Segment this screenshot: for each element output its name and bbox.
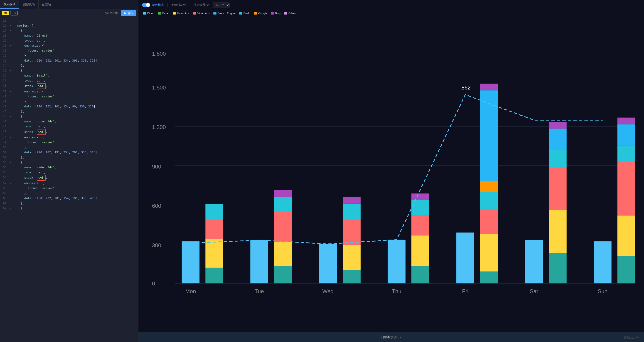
- code-line: 35▾ {: [0, 68, 138, 73]
- line-content: {: [13, 28, 138, 33]
- line-number: 55: [0, 170, 8, 175]
- bar-videoads-sun: [618, 162, 635, 215]
- bar-videoads-mon: [205, 219, 223, 239]
- legend-item-bing[interactable]: Bing: [271, 12, 280, 15]
- dark-mode-toggle[interactable]: 深色模式: [142, 3, 164, 7]
- code-line: 59 },: [0, 191, 138, 196]
- ts-button[interactable]: TS: [10, 11, 18, 16]
- code-line: 47 stack: 'Ad',: [0, 129, 138, 135]
- bar-unionads-fri: [480, 234, 498, 271]
- line-number: 37: [0, 78, 8, 83]
- legend-dot: [239, 12, 242, 15]
- bottom-bar-label: 旧版本示例: [381, 335, 397, 339]
- line-content: },: [13, 53, 138, 58]
- line-number: 58: [0, 186, 8, 191]
- bar-direct-sun: [594, 241, 611, 283]
- code-line: 27▾ {: [0, 28, 138, 33]
- code-line: 44▾ {: [0, 114, 138, 119]
- legend-item-search-engine[interactable]: Search Engine: [213, 12, 236, 15]
- code-line: 33 data: [320, 332, 301, 334, 390, 330, …: [0, 58, 138, 63]
- code-editor-panel: 代码编辑 完整代码 配置项 JS TS </> 格式化 ▶ 运行 25 ],26…: [0, 0, 138, 342]
- legend-item-direct[interactable]: Direct: [143, 12, 154, 15]
- code-line: 57▾ emphasis: {: [0, 181, 138, 186]
- line-content: {: [13, 206, 138, 211]
- legend-label: Google: [258, 12, 267, 15]
- line-content: data: [220, 182, 191, 234, 290, 330, 310…: [13, 150, 138, 155]
- legend-item-baidu[interactable]: Baidu: [239, 12, 250, 15]
- peak-label: 862: [462, 85, 471, 91]
- tab-config[interactable]: 配置项: [38, 0, 55, 9]
- js-button[interactable]: JS: [2, 11, 9, 15]
- bar-videoads-tue: [274, 212, 292, 242]
- legend-label: Bing: [275, 12, 280, 15]
- line-number: 38: [0, 83, 8, 89]
- legend-item-email[interactable]: Email: [158, 12, 169, 15]
- line-number: 32: [0, 53, 8, 58]
- line-number: 41: [0, 99, 8, 104]
- legend: DirectEmailUnion AdsVideo AdsSearch Engi…: [138, 10, 644, 17]
- line-content: focus: 'series': [13, 140, 138, 145]
- line-arrow: [8, 165, 13, 170]
- bottom-bar-close-button[interactable]: ×: [400, 335, 402, 339]
- line-arrow: [8, 63, 13, 68]
- line-content: focus: 'series': [13, 94, 138, 99]
- line-content: stack: 'Ad',: [13, 83, 138, 89]
- line-arrow: ▾: [8, 43, 13, 48]
- bar-email-wed: [343, 270, 360, 283]
- line-content: },: [13, 99, 138, 104]
- line-content: type: 'bar',: [13, 124, 138, 129]
- toggle-switch[interactable]: [142, 3, 150, 7]
- bar-unionads-sat: [549, 210, 566, 253]
- line-number: 56: [0, 175, 8, 181]
- bar-search-sat: [549, 129, 566, 150]
- play-icon: ▶: [124, 11, 126, 15]
- render-settings[interactable]: 渲染设置 ⚙: [194, 3, 209, 7]
- format-button[interactable]: </> 格式化: [103, 11, 120, 16]
- legend-dot: [213, 12, 216, 15]
- bar-google-fri: [480, 181, 498, 192]
- line-content: emphasis: {: [13, 43, 138, 48]
- bar-baidu-sun: [618, 146, 635, 162]
- code-line: 32 },: [0, 53, 138, 58]
- line-content: focus: 'series': [13, 186, 138, 191]
- bar-videoads-wed: [343, 219, 360, 245]
- code-line: 49 focus: 'series': [0, 140, 138, 145]
- run-button[interactable]: ▶ 运行: [121, 10, 136, 16]
- line-arrow: [8, 150, 13, 155]
- bar-email-tue: [274, 266, 292, 283]
- line-arrow: ▾: [8, 28, 13, 33]
- bar-baidu-sat: [549, 150, 566, 167]
- line-arrow: ▾: [8, 23, 13, 28]
- legend-label: Email: [162, 12, 169, 15]
- line-content: emphasis: {: [13, 181, 138, 186]
- bar-email-thu: [412, 266, 429, 283]
- version-select[interactable]: 5.2.1 ▾: [212, 3, 230, 8]
- code-line: 36 name: 'Email',: [0, 73, 138, 78]
- svg-text:1,200: 1,200: [152, 124, 166, 130]
- svg-text:600: 600: [152, 203, 161, 209]
- tab-full-code[interactable]: 完整代码: [19, 0, 38, 9]
- accessibility-label: 无障碍花纹: [171, 3, 186, 7]
- code-line: 60 data: [150, 232, 201, 154, 190, 330, …: [0, 196, 138, 201]
- code-line: 26▾ series: [: [0, 23, 138, 28]
- line-number: 40: [0, 94, 8, 99]
- tab-code-edit[interactable]: 代码编辑: [0, 0, 19, 9]
- chart-panel: 深色模式 无障碍花纹 渲染设置 ⚙ 5.2.1 ▾ DirectEmailUni…: [138, 0, 644, 342]
- chart-toolbar: 深色模式 无障碍花纹 渲染设置 ⚙ 5.2.1 ▾: [138, 0, 644, 10]
- line-content: {: [13, 114, 138, 119]
- dark-mode-label: 深色模式: [152, 3, 164, 7]
- bar-email-fri: [480, 272, 498, 283]
- line-arrow: [8, 140, 13, 145]
- line-arrow: [8, 48, 13, 53]
- legend-item-video-ads[interactable]: Video Ads: [193, 12, 210, 15]
- svg-text:Mon: Mon: [185, 288, 196, 294]
- legend-item-google[interactable]: Google: [254, 12, 267, 15]
- line-arrow: [8, 58, 13, 63]
- legend-item-union-ads[interactable]: Union Ads: [173, 12, 190, 15]
- line-content: {: [13, 160, 138, 165]
- code-line: 53▾ {: [0, 160, 138, 165]
- trend-line: [190, 95, 603, 244]
- legend-item-others[interactable]: Others: [284, 12, 296, 15]
- line-content: ],: [13, 18, 138, 23]
- bar-unionads-mon: [205, 239, 223, 268]
